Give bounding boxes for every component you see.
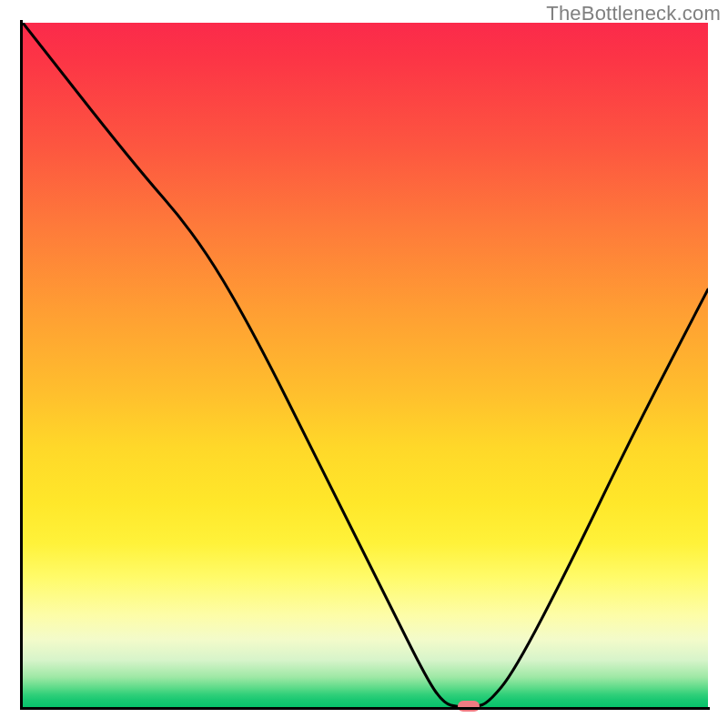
x-axis-border	[20, 707, 710, 710]
curve-path	[23, 23, 708, 707]
bottleneck-curve	[23, 23, 708, 708]
minimum-marker	[458, 701, 480, 712]
y-axis-border	[20, 20, 23, 710]
chart-canvas: TheBottleneck.com	[0, 0, 728, 728]
watermark-text: TheBottleneck.com	[546, 2, 721, 25]
